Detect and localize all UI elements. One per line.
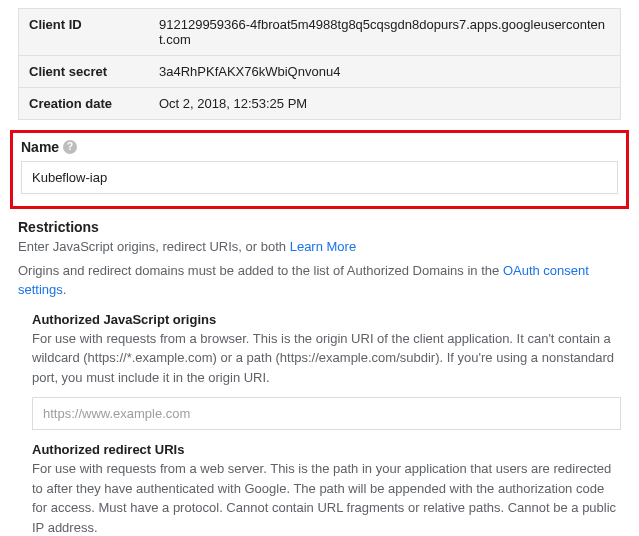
name-input[interactable] — [21, 161, 618, 194]
domains-desc: Origins and redirect domains must be add… — [18, 261, 621, 300]
js-origins-desc: For use with requests from a browser. Th… — [32, 329, 621, 388]
redirect-uris-desc: For use with requests from a web server.… — [32, 459, 621, 536]
learn-more-link[interactable]: Learn More — [290, 239, 356, 254]
name-label: Name — [21, 139, 59, 155]
js-origins-section: Authorized JavaScript origins For use wi… — [32, 312, 621, 431]
js-origins-heading: Authorized JavaScript origins — [32, 312, 621, 327]
restrictions-desc: Enter JavaScript origins, redirect URIs,… — [18, 237, 621, 257]
client-id-value: 912129959366-4fbroat5m4988tg8q5cqsgdn8do… — [159, 17, 610, 47]
client-info-table: Client ID 912129959366-4fbroat5m4988tg8q… — [18, 8, 621, 120]
creation-date-value: Oct 2, 2018, 12:53:25 PM — [159, 96, 610, 111]
redirect-uris-section: Authorized redirect URIs For use with re… — [32, 442, 621, 536]
client-secret-value: 3a4RhPKfAKX76kWbiQnvonu4 — [159, 64, 610, 79]
creation-date-row: Creation date Oct 2, 2018, 12:53:25 PM — [19, 88, 620, 119]
redirect-uris-heading: Authorized redirect URIs — [32, 442, 621, 457]
client-id-label: Client ID — [29, 17, 159, 47]
client-secret-row: Client secret 3a4RhPKfAKX76kWbiQnvonu4 — [19, 56, 620, 88]
restrictions-heading: Restrictions — [18, 219, 621, 235]
name-label-row: Name ? — [21, 139, 618, 155]
client-id-row: Client ID 912129959366-4fbroat5m4988tg8q… — [19, 9, 620, 56]
js-origins-input[interactable] — [32, 397, 621, 430]
help-icon[interactable]: ? — [63, 140, 77, 154]
name-highlight-box: Name ? — [10, 130, 629, 209]
client-secret-label: Client secret — [29, 64, 159, 79]
creation-date-label: Creation date — [29, 96, 159, 111]
